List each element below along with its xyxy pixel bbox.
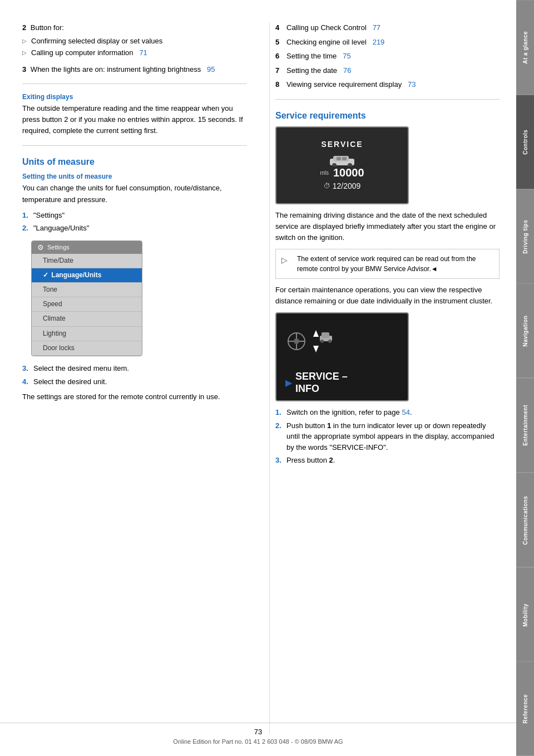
units-of-measure-section: Units of measure Setting the units of me…	[22, 157, 247, 402]
step-1-num: 1.	[22, 210, 33, 221]
units-step-4: 4. Select the desired unit.	[22, 376, 247, 387]
ref-75[interactable]: 75	[343, 52, 350, 60]
menu-item-speed[interactable]: Speed	[32, 297, 142, 312]
rnum-7: 7	[275, 65, 286, 76]
ref-95[interactable]: 95	[207, 65, 215, 73]
ref-73[interactable]: 73	[408, 80, 416, 89]
service-step-1: 1. Switch on the ignition, refer to page…	[275, 407, 500, 418]
sidebar-tab-navigation[interactable]: Navigation	[516, 283, 534, 378]
item-3-number: 3	[22, 65, 26, 73]
item-3-text: When the lights are on: instrument light…	[31, 65, 215, 73]
car-icon	[325, 153, 359, 166]
info-play-icon: ▷	[281, 254, 293, 274]
svg-point-16	[320, 340, 324, 343]
sub-item-calling-text: Calling up computer information 71	[31, 48, 147, 57]
item-2-label: Button for:	[31, 23, 64, 32]
sub-item-confirm: Confirming selected display or set value…	[22, 36, 247, 47]
step-4-text: Select the desired unit.	[33, 376, 247, 387]
play-icon: ▶	[285, 377, 292, 388]
date-row: ⏱ 12/2009	[324, 181, 361, 190]
sidebar-tab-mobility[interactable]: Mobility	[516, 567, 534, 662]
left-column: 2 Button for: Confirming selected displa…	[22, 22, 253, 734]
menu-item-climate[interactable]: Climate	[32, 312, 142, 326]
rnum-6: 6	[275, 51, 286, 62]
sidebar-tab-controls[interactable]: Controls	[516, 95, 534, 189]
info-box-text: The extent of service work required can …	[297, 254, 493, 274]
right-item-7: 7 Setting the date 76	[275, 65, 500, 76]
page-footer: 73 Online Edition for Part no. 01 41 2 6…	[0, 723, 516, 745]
menu-item-lighting[interactable]: Lighting	[32, 327, 142, 341]
service-step-3-text: Press button 2.	[286, 455, 500, 466]
service-info-text: SERVICE –INFO	[295, 371, 348, 395]
svg-point-17	[328, 340, 332, 343]
step-3-num: 3.	[22, 363, 33, 374]
sidebar-tab-entertainment[interactable]: Entertainment	[516, 378, 534, 473]
sidebar-tab-at-a-glance[interactable]: At a glance	[516, 0, 534, 95]
units-heading: Units of measure	[22, 157, 247, 167]
right-item-5: 5 Checking engine oil level 219	[275, 37, 500, 48]
menu-item-tone[interactable]: Tone	[32, 283, 142, 297]
rtext-8: Viewing service requirement display 73	[286, 79, 500, 90]
mileage-value: 10000	[333, 166, 364, 179]
instrument-svg	[285, 319, 335, 364]
menu-item-language-units[interactable]: Language/Units	[32, 268, 142, 283]
right-list: 4 Calling up Check Control 77 5 Checking…	[275, 22, 500, 90]
gear-icon: ⚙	[37, 243, 44, 252]
svg-rect-15	[322, 332, 329, 338]
svg-rect-5	[342, 157, 347, 160]
divider-1	[22, 84, 247, 84]
service-step-1-num: 1.	[275, 407, 286, 418]
ref-76[interactable]: 76	[343, 66, 351, 75]
right-item-4: 4 Calling up Check Control 77	[275, 22, 500, 33]
main-content: 2 Button for: Confirming selected displa…	[0, 0, 516, 756]
sidebar-tab-reference[interactable]: Reference	[516, 661, 534, 756]
svg-marker-12	[313, 330, 319, 337]
service-req-para2: For certain maintenance operations, you …	[275, 284, 500, 307]
mileage-label: mls	[320, 170, 329, 176]
sub-item-confirm-text: Confirming selected display or set value…	[31, 37, 162, 45]
svg-rect-4	[337, 157, 341, 160]
ref-54[interactable]: 54	[402, 408, 409, 416]
sidebar-tab-driving-tips[interactable]: Driving tips	[516, 189, 534, 284]
exiting-displays-heading: Exiting displays	[22, 93, 247, 101]
step-2-num: 2.	[22, 223, 33, 234]
service-display-label: SERVICE	[321, 140, 363, 149]
copyright-text: Online Edition for Part no. 01 41 2 603 …	[0, 738, 516, 745]
service-step-3: 3. Press button 2.	[275, 455, 500, 466]
menu-item-time-date[interactable]: Time/Date	[32, 254, 142, 268]
ref-219[interactable]: 219	[373, 38, 385, 46]
right-column: 4 Calling up Check Control 77 5 Checking…	[269, 22, 500, 734]
rtext-4: Calling up Check Control 77	[286, 22, 500, 33]
units-step-3: 3. Select the desired menu item.	[22, 363, 247, 374]
sidebar-tab-communications[interactable]: Communications	[516, 473, 534, 567]
service-step-1-text: Switch on the ignition, refer to page 54…	[286, 407, 500, 418]
service-req-heading: Service requirements	[275, 111, 500, 121]
sidebar-tabs: At a glance Controls Driving tips Naviga…	[516, 0, 534, 756]
units-step-1: 1. "Settings"	[22, 210, 247, 221]
units-body-text: You can change the units for fuel consum…	[22, 183, 247, 205]
divider-2	[22, 145, 247, 146]
service-requirements-section: Service requirements SERVICE mls 10000	[275, 111, 500, 466]
units-step-2: 2. "Language/Units"	[22, 223, 247, 234]
svg-marker-13	[313, 346, 319, 352]
ref-71[interactable]: 71	[139, 48, 147, 57]
clock-icon: ⏱	[324, 182, 330, 190]
rtext-6: Setting the time 75	[286, 51, 500, 62]
service-step-2-num: 2.	[275, 420, 286, 453]
mileage-row: mls 10000	[320, 166, 364, 179]
svg-point-7	[294, 338, 299, 344]
menu-item-door-locks[interactable]: Door locks	[32, 341, 142, 356]
car-row	[285, 319, 399, 365]
sub-item-calling: Calling up computer information 71	[22, 47, 247, 58]
units-sub-heading: Setting the units of measure	[22, 173, 247, 180]
page-number: 73	[0, 728, 516, 736]
service-req-para1: The remaining driving distance and the d…	[275, 210, 500, 243]
ref-77[interactable]: 77	[373, 23, 380, 32]
service-info-label: ▶ SERVICE –INFO	[285, 371, 348, 395]
step-3-text: Select the desired menu item.	[33, 363, 247, 374]
step-4-num: 4.	[22, 376, 33, 387]
service-step-2: 2. Push button 1 in the turn indicator l…	[275, 420, 500, 453]
menu-title: ⚙ Settings	[32, 241, 142, 254]
exiting-displays-section: Exiting displays The outside temperature…	[22, 93, 247, 136]
rnum-5: 5	[275, 37, 286, 48]
